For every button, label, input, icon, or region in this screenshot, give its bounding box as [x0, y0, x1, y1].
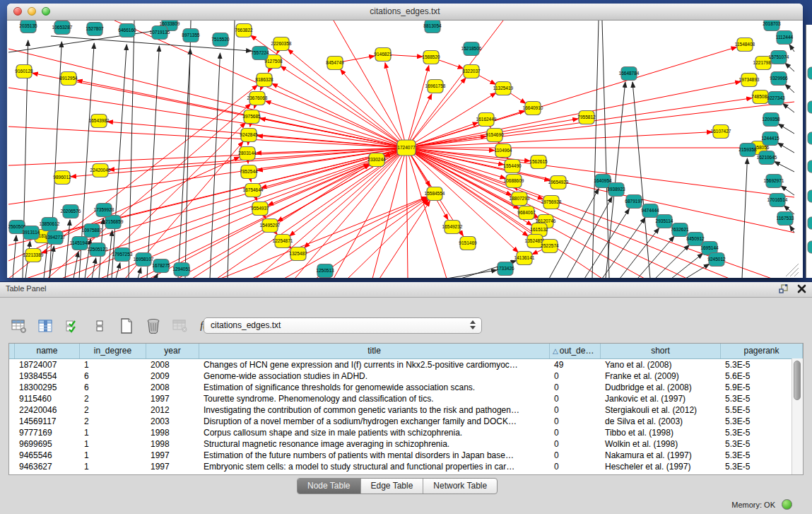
graph-node[interactable]: 9245012 — [707, 253, 726, 267]
graph-node[interactable]: 15692971 — [764, 175, 784, 188]
graph-node[interactable]: 17957253 — [112, 248, 133, 262]
graph-node[interactable] — [808, 217, 812, 229]
table-row[interactable]: 969969511998Structural magnetic resonanc… — [9, 438, 803, 450]
graph-node[interactable]: 22260358 — [271, 37, 292, 51]
graph-node[interactable]: 9242845 — [240, 129, 258, 142]
graph-node[interactable]: 17016514 — [767, 194, 788, 207]
graph-node[interactable]: 16648784 — [619, 67, 640, 81]
delete-icon[interactable] — [144, 317, 163, 335]
graph-node[interactable]: 9474444 — [641, 204, 659, 218]
graph-node[interactable]: 8813054 — [423, 21, 442, 33]
graph-node[interactable]: 16640910 — [523, 102, 543, 115]
tab-edge-table[interactable]: Edge Table — [361, 479, 424, 493]
graph-node[interactable]: 1112444 — [776, 31, 794, 45]
vertical-scrollbar[interactable] — [792, 358, 803, 474]
column-header-outde[interactable]: △out_de… — [550, 344, 601, 358]
scrollbar-thumb[interactable] — [794, 361, 801, 400]
graph-node[interactable]: 1325487 — [289, 247, 307, 261]
graph-node[interactable]: 1678275 — [152, 259, 170, 273]
graph-node[interactable]: 16961758 — [425, 80, 446, 93]
graph-node[interactable] — [808, 101, 812, 113]
memory-ok-indicator[interactable] — [782, 499, 792, 510]
graph-node[interactable]: 14136141 — [514, 252, 535, 265]
graph-node[interactable]: 17359928 — [94, 204, 114, 217]
table-row[interactable]: 1872400712008Changes of HCN gene express… — [9, 359, 803, 370]
graph-node[interactable]: 8454749 — [326, 57, 344, 70]
graph-node[interactable]: 13942737 — [45, 231, 66, 245]
graph-node[interactable]: 9554937 — [251, 202, 269, 216]
column-header-short[interactable]: short — [601, 344, 721, 358]
graph-node[interactable]: 1294051 — [172, 263, 191, 276]
graph-node[interactable]: 15218506 — [461, 42, 482, 56]
graph-node[interactable]: 16210645 — [757, 151, 777, 165]
graph-node[interactable]: 1250513 — [316, 264, 334, 278]
graph-node[interactable]: 22420046 — [90, 164, 111, 177]
graph-node[interactable]: 15495297 — [260, 219, 281, 233]
graph-node[interactable]: 2159358 — [739, 144, 757, 157]
row-height-icon[interactable] — [90, 317, 109, 335]
graph-node[interactable]: 9146821 — [374, 48, 392, 62]
graph-node[interactable]: 15751074 — [769, 51, 789, 64]
graph-node[interactable]: 1104964 — [495, 144, 512, 158]
graph-node[interactable]: 2018703 — [763, 21, 781, 31]
close-icon[interactable] — [797, 284, 806, 293]
graph-node[interactable]: 19756928 — [541, 196, 562, 209]
graph-node[interactable] — [808, 67, 812, 79]
graph-node[interactable]: 8912954 — [59, 72, 78, 86]
table-row[interactable]: 911546021997Tourette syndrome. Phenomeno… — [9, 393, 803, 404]
graph-node[interactable]: 16543982 — [89, 115, 110, 128]
graph-node[interactable]: 9154690 — [486, 129, 504, 142]
graph-node[interactable]: 18807293 — [510, 192, 530, 206]
graph-node[interactable]: 13850612 — [40, 218, 60, 231]
graph-node[interactable]: 7663822 — [235, 24, 253, 37]
table-row[interactable]: 977716911998Corpus callosum shape and si… — [9, 427, 803, 438]
background-window-sliver[interactable] — [806, 25, 812, 278]
graph-node[interactable]: 10653287 — [52, 21, 73, 35]
graph-node[interactable]: 7852544 — [240, 165, 258, 179]
graph-node[interactable]: 16107427 — [711, 125, 731, 139]
float-window-icon[interactable] — [779, 284, 789, 293]
graph-node[interactable]: 1527807 — [86, 23, 104, 36]
table-row[interactable]: 946362711997Embryonic stem cells: a mode… — [9, 461, 803, 472]
graph-node[interactable]: 2330244 — [367, 153, 386, 167]
network-canvas[interactable]: 1724077233024422260358912750881863282367… — [7, 21, 803, 278]
graph-node[interactable]: 9684067 — [517, 206, 536, 220]
graph-node[interactable]: 11325419 — [493, 82, 514, 95]
graph-node[interactable]: 12213389 — [23, 249, 44, 262]
graph-node[interactable] — [808, 190, 812, 202]
minimize-window-button[interactable] — [28, 7, 36, 16]
graph-node[interactable]: 11548408 — [735, 38, 755, 52]
graph-node[interactable]: 6466160 — [118, 24, 136, 37]
graph-node[interactable]: 15584554 — [425, 187, 445, 201]
graph-node[interactable]: 2803144 — [238, 147, 257, 160]
graph-node[interactable]: 12505123 — [88, 243, 108, 257]
show-columns-icon[interactable] — [37, 317, 55, 335]
select-columns-icon[interactable] — [64, 317, 82, 335]
graph-node[interactable]: 3975685 — [242, 110, 261, 124]
graph-node[interactable]: 1562615 — [529, 156, 548, 169]
graph-node[interactable]: 19734893 — [739, 74, 760, 87]
graph-node[interactable]: 9896012 — [53, 171, 71, 185]
graph-node[interactable]: 2935114 — [656, 215, 673, 228]
graph-node[interactable]: 9329966 — [770, 72, 788, 86]
network-table-select[interactable]: citations_edges.txt — [204, 317, 482, 334]
graph-node[interactable]: 1209358 — [762, 113, 780, 127]
column-header-indegree[interactable]: in_degree — [80, 344, 146, 358]
column-header-name[interactable]: name — [15, 344, 80, 358]
graph-node[interactable]: 12156859 — [103, 216, 124, 229]
graph-node[interactable]: 7515520 — [211, 33, 230, 47]
graph-node[interactable]: 8971355 — [182, 29, 200, 42]
graph-node[interactable]: 16162449 — [476, 113, 497, 127]
graph-node[interactable]: 1244415 — [761, 132, 779, 146]
graph-node[interactable]: 20206576 — [61, 205, 81, 218]
new-document-icon[interactable] — [117, 317, 136, 335]
table-row[interactable]: 1830029562008Estimation of significance … — [9, 382, 803, 393]
graph-node[interactable] — [808, 160, 812, 173]
graph-node[interactable]: 9151469 — [459, 237, 477, 250]
graph-node[interactable]: 1588520 — [422, 51, 440, 64]
graph-node[interactable]: 8322037 — [462, 65, 481, 78]
graph-node[interactable]: 1724077 — [397, 140, 416, 156]
graph-node[interactable]: 10975887 — [82, 224, 102, 238]
graph-node[interactable]: 7557224 — [251, 47, 269, 60]
graph-node[interactable]: 8938923 — [607, 183, 625, 197]
